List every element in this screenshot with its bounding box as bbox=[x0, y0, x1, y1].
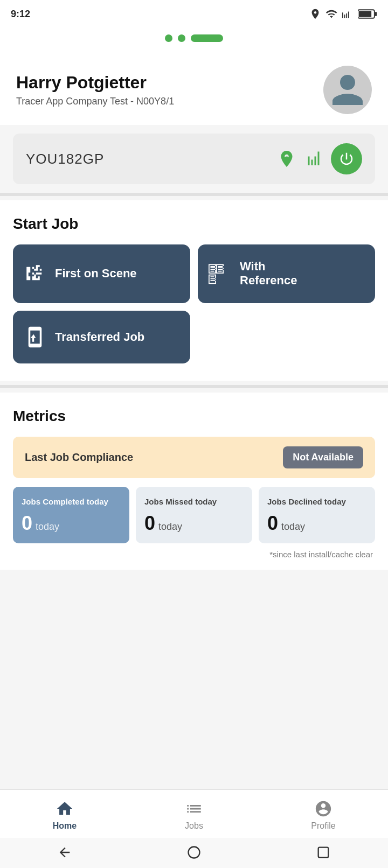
avatar-icon bbox=[329, 71, 366, 109]
transferred-job-label: Transferred Job bbox=[55, 330, 144, 344]
jobs-missed-unit: today bbox=[158, 521, 182, 533]
avatar bbox=[323, 66, 372, 114]
jobs-completed-label: Jobs Completed today bbox=[22, 496, 121, 507]
jobs-declined-label: Jobs Declined today bbox=[267, 496, 366, 507]
vehicle-id: YOU182GP bbox=[26, 151, 104, 167]
jobs-completed-value-row: 0 today bbox=[22, 512, 121, 535]
wifi-icon bbox=[325, 8, 337, 20]
transfer-icon bbox=[24, 326, 46, 348]
divider-2 bbox=[0, 385, 388, 388]
jobs-icon bbox=[185, 800, 203, 818]
svg-point-5 bbox=[189, 846, 200, 858]
bottom-nav: Home Jobs Profile bbox=[0, 789, 388, 838]
start-job-section: Start Job First on Scene WithReference bbox=[0, 200, 388, 381]
jobs-missed-card: Jobs Missed today 0 today bbox=[136, 487, 252, 544]
metrics-grid: Jobs Completed today 0 today Jobs Missed… bbox=[13, 487, 375, 544]
jobs-missed-label: Jobs Missed today bbox=[144, 496, 244, 507]
nav-home-label: Home bbox=[53, 821, 77, 831]
status-icons bbox=[309, 8, 377, 20]
jobs-missed-value-row: 0 today bbox=[144, 512, 244, 535]
jobs-completed-card: Jobs Completed today 0 today bbox=[13, 487, 129, 544]
circle-icon bbox=[186, 845, 202, 860]
nav-profile-label: Profile bbox=[311, 821, 335, 831]
android-back-btn[interactable] bbox=[57, 845, 72, 862]
jobs-declined-card: Jobs Declined today 0 today bbox=[259, 487, 375, 544]
svg-rect-2 bbox=[359, 11, 371, 17]
start-job-title: Start Job bbox=[13, 215, 375, 233]
status-time: 9:12 bbox=[11, 9, 30, 20]
first-on-scene-label: First on Scene bbox=[55, 267, 137, 281]
jobs-missed-value: 0 bbox=[144, 512, 155, 535]
jobs-completed-value: 0 bbox=[22, 512, 32, 535]
jobs-declined-value: 0 bbox=[267, 512, 278, 535]
compliance-label: Last Job Compliance bbox=[25, 451, 133, 464]
reference-icon bbox=[209, 262, 231, 285]
square-icon bbox=[316, 845, 331, 860]
location-btn[interactable] bbox=[277, 149, 296, 169]
jobs-declined-value-row: 0 today bbox=[267, 512, 366, 535]
divider-1 bbox=[0, 193, 388, 196]
battery-icon bbox=[358, 9, 377, 19]
profile-section: Harry Potgietter Tracer App Company Test… bbox=[0, 53, 388, 125]
power-icon bbox=[338, 151, 355, 167]
android-nav bbox=[0, 838, 388, 868]
compliance-badge: Not Available bbox=[283, 446, 363, 468]
vehicle-bar: YOU182GP bbox=[13, 134, 375, 184]
android-home-btn[interactable] bbox=[186, 845, 202, 862]
user-name: Harry Potgietter bbox=[16, 73, 174, 93]
indicator-dash bbox=[191, 34, 223, 42]
vehicle-actions bbox=[277, 143, 362, 174]
profile-text: Harry Potgietter Tracer App Company Test… bbox=[16, 73, 174, 107]
indicator-dot-2 bbox=[178, 34, 185, 42]
jobs-declined-unit: today bbox=[281, 521, 305, 533]
job-buttons-grid: First on Scene WithReference Transferred… bbox=[13, 244, 375, 363]
jobs-completed-unit: today bbox=[36, 521, 59, 533]
nav-jobs-label: Jobs bbox=[185, 821, 203, 831]
metrics-note: *since last install/cache clear bbox=[13, 550, 375, 559]
bar-chart-icon bbox=[304, 149, 323, 169]
page-indicator bbox=[0, 26, 388, 53]
with-reference-label: WithReference bbox=[240, 260, 297, 288]
nav-profile[interactable]: Profile bbox=[259, 800, 388, 831]
map-pin-icon bbox=[277, 149, 296, 169]
metrics-section: Metrics Last Job Compliance Not Availabl… bbox=[0, 393, 388, 570]
android-recent-btn[interactable] bbox=[316, 845, 331, 862]
transferred-job-btn[interactable]: Transferred Job bbox=[13, 311, 190, 363]
svg-rect-1 bbox=[375, 12, 377, 16]
qr-code-icon bbox=[24, 262, 46, 285]
power-btn[interactable] bbox=[331, 143, 362, 174]
nav-home[interactable]: Home bbox=[0, 800, 129, 831]
location-icon bbox=[309, 8, 321, 20]
back-icon bbox=[57, 845, 72, 860]
svg-rect-6 bbox=[318, 847, 329, 857]
company-name: Tracer App Company Test - N00Y8/1 bbox=[16, 96, 174, 107]
status-bar: 9:12 bbox=[0, 0, 388, 26]
nav-jobs[interactable]: Jobs bbox=[129, 800, 259, 831]
home-icon bbox=[56, 800, 74, 818]
with-reference-btn[interactable]: WithReference bbox=[198, 244, 375, 303]
first-on-scene-btn[interactable]: First on Scene bbox=[13, 244, 190, 303]
signal-icon bbox=[342, 8, 354, 20]
signal-btn[interactable] bbox=[304, 149, 323, 169]
metrics-title: Metrics bbox=[13, 408, 375, 425]
compliance-bar: Last Job Compliance Not Available bbox=[13, 437, 375, 478]
profile-icon bbox=[314, 800, 332, 818]
indicator-dot-1 bbox=[165, 34, 172, 42]
